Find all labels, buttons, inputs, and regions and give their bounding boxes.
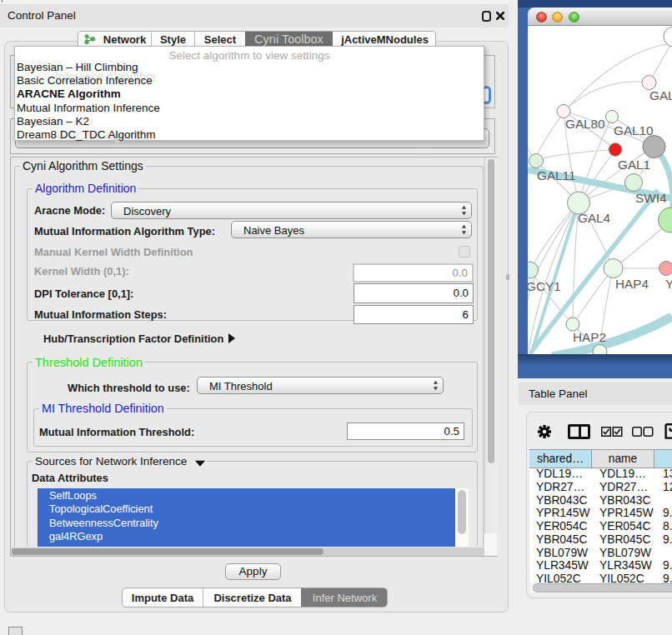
svg-text:GAL1: GAL1 (618, 158, 650, 172)
svg-text:GAL4: GAL4 (578, 211, 611, 225)
svg-text:GAL80: GAL80 (565, 117, 605, 131)
svg-text:GAL10: GAL10 (614, 123, 654, 138)
svg-text:GAL11: GAL11 (537, 168, 576, 182)
svg-text:HAP4: HAP4 (615, 277, 649, 291)
svg-text:SWI4: SWI4 (635, 191, 667, 205)
svg-text:GCY1: GCY1 (528, 279, 561, 293)
svg-text:GAL7: GAL7 (649, 88, 672, 102)
svg-text:HAP2: HAP2 (573, 330, 606, 344)
svg-text:Y: Y (665, 277, 672, 291)
